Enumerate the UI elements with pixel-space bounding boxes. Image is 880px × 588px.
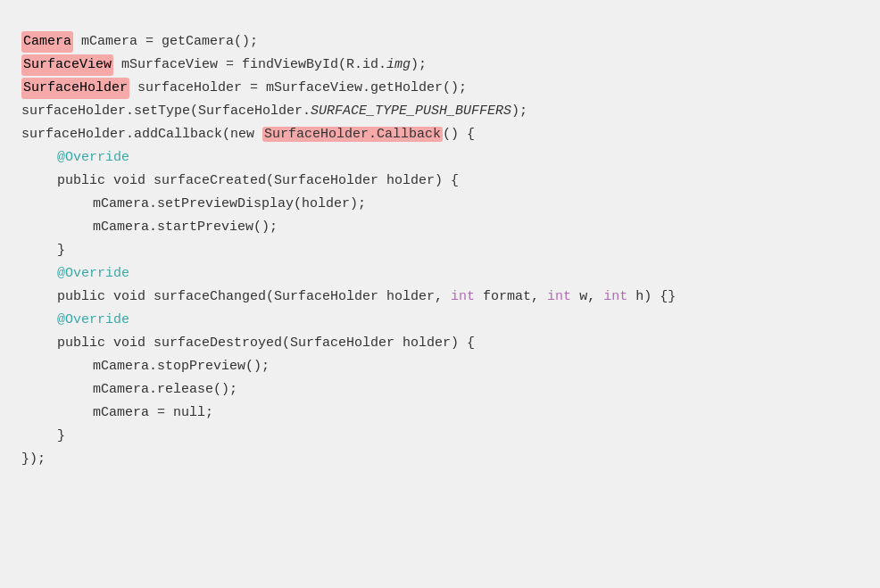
code-text: mCamera = getCamera(); <box>73 31 258 53</box>
code-line: } <box>57 239 859 262</box>
keyword-int: int <box>451 289 475 304</box>
highlight-camera: Camera <box>21 31 73 53</box>
code-line: mCamera.stopPreview(); <box>93 355 859 378</box>
code-line: surfaceHolder.setType(SurfaceHolder.SURF… <box>21 100 859 123</box>
annotation-override-2: @Override <box>57 263 129 285</box>
code-line: }); <box>21 448 859 471</box>
code-line: SurfaceView mSurfaceView = findViewById(… <box>21 54 859 77</box>
code-line: SurfaceHolder surfaceHolder = mSurfaceVi… <box>21 77 859 100</box>
code-line: @Override <box>57 262 859 286</box>
code-text: mCamera = null; <box>93 402 213 424</box>
code-line: public void surfaceChanged(SurfaceHolder… <box>57 286 859 309</box>
code-text: mCamera.stopPreview(); <box>93 356 270 377</box>
code-text: public void surfaceChanged(SurfaceHolder… <box>57 286 676 308</box>
code-text: public void surfaceCreated(SurfaceHolder… <box>57 170 459 192</box>
annotation-override-3: @Override <box>57 310 129 331</box>
code-block: Camera mCamera = getCamera(); SurfaceVie… <box>21 21 859 480</box>
code-line: mCamera.startPreview(); <box>93 216 859 239</box>
code-text: mSurfaceView = findViewById(R.id.img); <box>113 54 427 76</box>
annotation-override: @Override <box>57 147 129 169</box>
code-text: } <box>57 426 65 447</box>
code-text: } <box>57 240 65 261</box>
code-line: public void surfaceCreated(SurfaceHolder… <box>57 170 859 193</box>
code-text: surfaceHolder = mSurfaceView.getHolder()… <box>129 78 467 99</box>
code-text: surfaceHolder.setType(SurfaceHolder.SURF… <box>21 101 527 122</box>
code-line: @Override <box>57 146 859 170</box>
code-text: surfaceHolder.addCallback(new SurfaceHol… <box>21 124 475 145</box>
code-line: mCamera = null; <box>93 402 859 425</box>
code-line: surfaceHolder.addCallback(new SurfaceHol… <box>21 123 859 146</box>
code-text: mCamera.release(); <box>93 379 237 401</box>
code-line: public void surfaceDestroyed(SurfaceHold… <box>57 332 859 355</box>
code-text: mCamera.startPreview(); <box>93 217 278 238</box>
code-text: }); <box>21 449 46 470</box>
keyword-int-3: int <box>603 289 627 304</box>
code-text: public void surfaceDestroyed(SurfaceHold… <box>57 333 475 354</box>
code-line: mCamera.setPreviewDisplay(holder); <box>93 193 859 216</box>
highlight-callback: SurfaceHolder.Callback <box>262 127 443 142</box>
code-line: } <box>57 425 859 448</box>
code-line: mCamera.release(); <box>93 378 859 402</box>
code-text: mCamera.setPreviewDisplay(holder); <box>93 194 366 215</box>
keyword-int-2: int <box>547 289 571 304</box>
highlight-surfaceholder: SurfaceHolder <box>21 78 129 99</box>
highlight-surfaceview: SurfaceView <box>21 54 113 76</box>
code-line: Camera mCamera = getCamera(); <box>21 30 859 54</box>
code-line: @Override <box>57 309 859 332</box>
